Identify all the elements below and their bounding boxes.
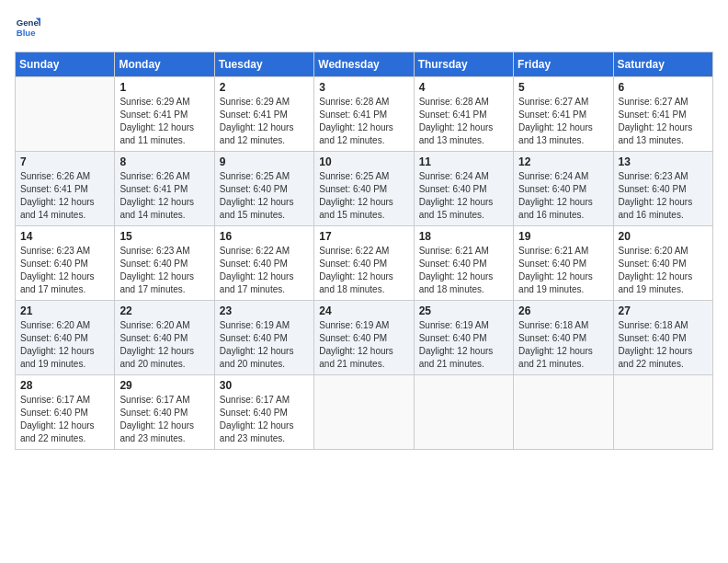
day-number: 17 bbox=[319, 230, 408, 243]
day-number: 18 bbox=[419, 230, 508, 243]
day-number: 24 bbox=[319, 304, 408, 317]
day-info: Sunrise: 6:25 AM Sunset: 6:40 PM Dayligh… bbox=[220, 170, 309, 222]
day-number: 11 bbox=[419, 155, 508, 168]
day-info: Sunrise: 6:18 AM Sunset: 6:40 PM Dayligh… bbox=[518, 319, 608, 371]
day-info: Sunrise: 6:25 AM Sunset: 6:40 PM Dayligh… bbox=[319, 170, 408, 222]
calendar-cell: 26Sunrise: 6:18 AM Sunset: 6:40 PM Dayli… bbox=[514, 301, 613, 375]
calendar-table: SundayMondayTuesdayWednesdayThursdayFrid… bbox=[15, 52, 713, 450]
calendar-cell: 3Sunrise: 6:28 AM Sunset: 6:41 PM Daylig… bbox=[314, 77, 414, 152]
calendar-cell: 1Sunrise: 6:29 AM Sunset: 6:41 PM Daylig… bbox=[115, 77, 214, 152]
calendar-week-row: 21Sunrise: 6:20 AM Sunset: 6:40 PM Dayli… bbox=[16, 301, 713, 375]
day-info: Sunrise: 6:26 AM Sunset: 6:41 PM Dayligh… bbox=[20, 170, 109, 222]
day-info: Sunrise: 6:20 AM Sunset: 6:40 PM Dayligh… bbox=[619, 245, 708, 296]
weekday-header-monday: Monday bbox=[115, 52, 214, 77]
day-number: 25 bbox=[419, 304, 508, 317]
day-number: 12 bbox=[518, 155, 608, 168]
weekday-header-tuesday: Tuesday bbox=[214, 52, 313, 77]
day-info: Sunrise: 6:24 AM Sunset: 6:40 PM Dayligh… bbox=[419, 170, 508, 222]
day-number: 23 bbox=[220, 304, 309, 317]
calendar-cell: 24Sunrise: 6:19 AM Sunset: 6:40 PM Dayli… bbox=[314, 301, 414, 375]
calendar-cell: 13Sunrise: 6:23 AM Sunset: 6:40 PM Dayli… bbox=[613, 152, 712, 226]
day-number: 22 bbox=[119, 304, 209, 317]
day-number: 6 bbox=[619, 81, 708, 94]
day-number: 4 bbox=[419, 81, 508, 94]
day-number: 9 bbox=[220, 155, 309, 168]
day-number: 30 bbox=[220, 379, 309, 392]
day-info: Sunrise: 6:17 AM Sunset: 6:40 PM Dayligh… bbox=[220, 394, 309, 445]
calendar-cell: 11Sunrise: 6:24 AM Sunset: 6:40 PM Dayli… bbox=[414, 152, 513, 226]
calendar-cell: 9Sunrise: 6:25 AM Sunset: 6:40 PM Daylig… bbox=[214, 152, 313, 226]
day-number: 3 bbox=[319, 81, 408, 94]
calendar-cell: 21Sunrise: 6:20 AM Sunset: 6:40 PM Dayli… bbox=[16, 301, 115, 375]
day-info: Sunrise: 6:18 AM Sunset: 6:40 PM Dayligh… bbox=[619, 319, 708, 371]
calendar-week-row: 7Sunrise: 6:26 AM Sunset: 6:41 PM Daylig… bbox=[16, 152, 713, 226]
calendar-cell bbox=[414, 375, 513, 450]
day-info: Sunrise: 6:19 AM Sunset: 6:40 PM Dayligh… bbox=[419, 319, 508, 371]
day-info: Sunrise: 6:23 AM Sunset: 6:40 PM Dayligh… bbox=[20, 245, 109, 296]
day-info: Sunrise: 6:27 AM Sunset: 6:41 PM Dayligh… bbox=[518, 96, 608, 147]
calendar-cell bbox=[613, 375, 712, 450]
calendar-cell: 8Sunrise: 6:26 AM Sunset: 6:41 PM Daylig… bbox=[115, 152, 214, 226]
day-number: 27 bbox=[619, 304, 708, 317]
calendar-cell bbox=[514, 375, 613, 450]
calendar-cell: 17Sunrise: 6:22 AM Sunset: 6:40 PM Dayli… bbox=[314, 226, 414, 301]
day-number: 7 bbox=[20, 155, 109, 168]
calendar-cell: 4Sunrise: 6:28 AM Sunset: 6:41 PM Daylig… bbox=[414, 77, 513, 152]
day-info: Sunrise: 6:28 AM Sunset: 6:41 PM Dayligh… bbox=[319, 96, 408, 147]
weekday-header-saturday: Saturday bbox=[613, 52, 712, 77]
day-info: Sunrise: 6:22 AM Sunset: 6:40 PM Dayligh… bbox=[220, 245, 309, 296]
svg-text:General: General bbox=[17, 17, 40, 28]
day-number: 8 bbox=[119, 155, 209, 168]
calendar-week-row: 14Sunrise: 6:23 AM Sunset: 6:40 PM Dayli… bbox=[16, 226, 713, 301]
calendar-cell: 14Sunrise: 6:23 AM Sunset: 6:40 PM Dayli… bbox=[16, 226, 115, 301]
day-info: Sunrise: 6:29 AM Sunset: 6:41 PM Dayligh… bbox=[220, 96, 309, 147]
calendar-cell: 23Sunrise: 6:19 AM Sunset: 6:40 PM Dayli… bbox=[214, 301, 313, 375]
page-header: General Blue bbox=[15, 15, 713, 40]
day-info: Sunrise: 6:17 AM Sunset: 6:40 PM Dayligh… bbox=[20, 394, 109, 445]
calendar-cell: 7Sunrise: 6:26 AM Sunset: 6:41 PM Daylig… bbox=[16, 152, 115, 226]
day-number: 16 bbox=[220, 230, 309, 243]
day-info: Sunrise: 6:20 AM Sunset: 6:40 PM Dayligh… bbox=[20, 319, 109, 371]
calendar-cell: 15Sunrise: 6:23 AM Sunset: 6:40 PM Dayli… bbox=[115, 226, 214, 301]
calendar-cell: 27Sunrise: 6:18 AM Sunset: 6:40 PM Dayli… bbox=[613, 301, 712, 375]
logo-icon: General Blue bbox=[15, 15, 40, 40]
calendar-week-row: 28Sunrise: 6:17 AM Sunset: 6:40 PM Dayli… bbox=[16, 375, 713, 450]
day-info: Sunrise: 6:23 AM Sunset: 6:40 PM Dayligh… bbox=[119, 245, 209, 296]
svg-text:Blue: Blue bbox=[17, 28, 36, 38]
day-number: 5 bbox=[518, 81, 608, 94]
day-number: 26 bbox=[518, 304, 608, 317]
weekday-header-wednesday: Wednesday bbox=[314, 52, 414, 77]
day-number: 15 bbox=[119, 230, 209, 243]
calendar-cell: 10Sunrise: 6:25 AM Sunset: 6:40 PM Dayli… bbox=[314, 152, 414, 226]
day-info: Sunrise: 6:19 AM Sunset: 6:40 PM Dayligh… bbox=[220, 319, 309, 371]
day-info: Sunrise: 6:29 AM Sunset: 6:41 PM Dayligh… bbox=[119, 96, 209, 147]
day-info: Sunrise: 6:28 AM Sunset: 6:41 PM Dayligh… bbox=[419, 96, 508, 147]
day-info: Sunrise: 6:26 AM Sunset: 6:41 PM Dayligh… bbox=[119, 170, 209, 222]
calendar-cell: 30Sunrise: 6:17 AM Sunset: 6:40 PM Dayli… bbox=[214, 375, 313, 450]
day-number: 14 bbox=[20, 230, 109, 243]
weekday-header-friday: Friday bbox=[514, 52, 613, 77]
day-info: Sunrise: 6:22 AM Sunset: 6:40 PM Dayligh… bbox=[319, 245, 408, 296]
calendar-cell: 5Sunrise: 6:27 AM Sunset: 6:41 PM Daylig… bbox=[514, 77, 613, 152]
day-info: Sunrise: 6:20 AM Sunset: 6:40 PM Dayligh… bbox=[119, 319, 209, 371]
weekday-header-thursday: Thursday bbox=[414, 52, 513, 77]
weekday-header-sunday: Sunday bbox=[16, 52, 115, 77]
weekday-header-row: SundayMondayTuesdayWednesdayThursdayFrid… bbox=[16, 52, 713, 77]
day-info: Sunrise: 6:21 AM Sunset: 6:40 PM Dayligh… bbox=[518, 245, 608, 296]
calendar-cell: 18Sunrise: 6:21 AM Sunset: 6:40 PM Dayli… bbox=[414, 226, 513, 301]
day-info: Sunrise: 6:19 AM Sunset: 6:40 PM Dayligh… bbox=[319, 319, 408, 371]
calendar-week-row: 1Sunrise: 6:29 AM Sunset: 6:41 PM Daylig… bbox=[16, 77, 713, 152]
calendar-cell: 19Sunrise: 6:21 AM Sunset: 6:40 PM Dayli… bbox=[514, 226, 613, 301]
day-info: Sunrise: 6:23 AM Sunset: 6:40 PM Dayligh… bbox=[619, 170, 708, 222]
calendar-cell: 25Sunrise: 6:19 AM Sunset: 6:40 PM Dayli… bbox=[414, 301, 513, 375]
calendar-cell: 22Sunrise: 6:20 AM Sunset: 6:40 PM Dayli… bbox=[115, 301, 214, 375]
day-info: Sunrise: 6:27 AM Sunset: 6:41 PM Dayligh… bbox=[619, 96, 708, 147]
day-info: Sunrise: 6:24 AM Sunset: 6:40 PM Dayligh… bbox=[518, 170, 608, 222]
calendar-cell bbox=[16, 77, 115, 152]
day-info: Sunrise: 6:17 AM Sunset: 6:40 PM Dayligh… bbox=[119, 394, 209, 445]
calendar-cell: 29Sunrise: 6:17 AM Sunset: 6:40 PM Dayli… bbox=[115, 375, 214, 450]
day-number: 2 bbox=[220, 81, 309, 94]
calendar-cell bbox=[314, 375, 414, 450]
day-number: 1 bbox=[119, 81, 209, 94]
logo: General Blue bbox=[15, 15, 44, 40]
